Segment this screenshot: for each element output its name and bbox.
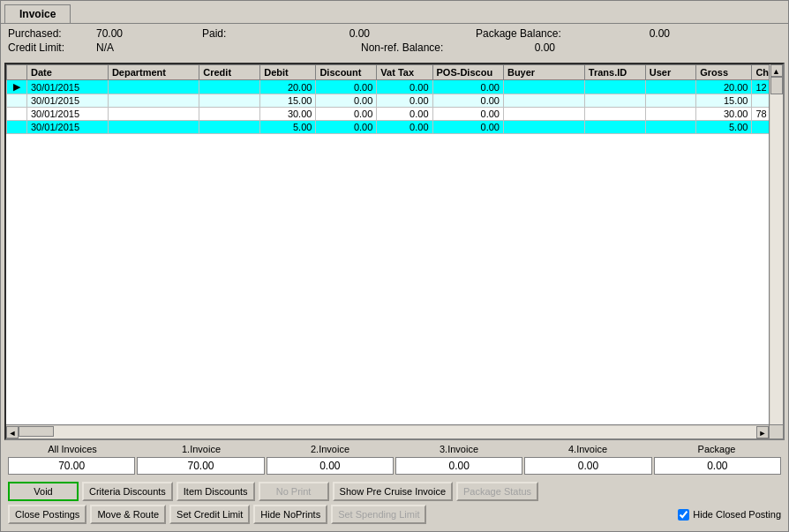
scroll-track-h[interactable] xyxy=(19,426,756,438)
table-cell: 30/01/2015 xyxy=(26,108,108,121)
table-row[interactable]: 30/01/201515.000.000.000.0015.00 xyxy=(7,94,783,108)
package-status-button[interactable]: Package Status xyxy=(456,482,538,501)
table-cell: 30.00 xyxy=(696,108,752,121)
button-row-1: Void Criteria Discounts Item Discounts N… xyxy=(8,482,781,501)
tab-bar: Invoice xyxy=(1,1,788,23)
table-cell: ▶ xyxy=(7,80,27,94)
hide-noprints-button[interactable]: Hide NoPrints xyxy=(253,505,327,524)
col-gross: Gross xyxy=(696,65,752,80)
table-cell xyxy=(503,80,584,94)
table-wrapper[interactable]: Date Department Credit Debit Discount Va… xyxy=(4,63,785,440)
table-cell: 0.00 xyxy=(316,94,377,108)
table-cell xyxy=(645,80,695,94)
col-vat-tax: Vat Tax xyxy=(377,65,432,80)
col-discount: Discount xyxy=(316,65,377,80)
credit-limit-value: N/A xyxy=(96,41,167,54)
package-balance-label: Package Balance: xyxy=(476,27,617,40)
scroll-up-btn[interactable]: ▲ xyxy=(770,64,783,77)
table-cell: 0.00 xyxy=(377,108,432,121)
button-row-2: Close Postings Move & Route Set Credit L… xyxy=(8,505,781,524)
table-cell xyxy=(645,94,695,108)
table-cell xyxy=(584,94,645,108)
summary-label-2: 2.Invoice xyxy=(266,444,394,454)
scroll-thumb-h[interactable] xyxy=(19,426,54,437)
table-cell xyxy=(199,94,260,108)
hide-closed-posting-label: Hide Closed Posting xyxy=(693,509,781,520)
set-spending-limit-button[interactable]: Set Spending Limit xyxy=(331,505,426,524)
table-cell xyxy=(108,80,199,94)
hide-closed-posting-checkbox[interactable] xyxy=(678,509,689,521)
summary-section: All Invoices 1.Invoice 2.Invoice 3.Invoi… xyxy=(1,440,788,478)
void-button[interactable]: Void xyxy=(8,482,79,501)
table-cell xyxy=(645,108,695,121)
table-cell: 15.00 xyxy=(696,94,752,108)
horizontal-scrollbar[interactable]: ◄ ► xyxy=(6,424,769,438)
table-cell: 30/01/2015 xyxy=(26,121,108,134)
close-postings-button[interactable]: Close Postings xyxy=(8,505,86,524)
summary-value-2: 0.00 xyxy=(267,457,394,475)
table-cell xyxy=(108,121,199,134)
set-credit-button[interactable]: Set Credit Limit xyxy=(169,505,250,524)
col-user: User xyxy=(645,65,695,80)
col-credit: Credit xyxy=(199,65,260,80)
table-cell xyxy=(199,80,260,94)
scroll-right-btn[interactable]: ► xyxy=(756,426,769,438)
table-cell: 30/01/2015 xyxy=(26,94,108,108)
table-cell: 0.00 xyxy=(432,108,503,121)
hide-closed-posting-area: Hide Closed Posting xyxy=(678,509,781,521)
table-cell xyxy=(584,108,645,121)
criteria-discounts-button[interactable]: Criteria Discounts xyxy=(82,482,173,501)
table-row[interactable]: ▶30/01/201520.000.000.000.0020.0012 xyxy=(7,80,783,94)
vertical-scrollbar[interactable]: ▲ ▼ xyxy=(769,64,783,438)
summary-values: 70.00 70.00 0.00 0.00 0.00 0.00 xyxy=(8,457,781,475)
table-cell: 0.00 xyxy=(377,94,432,108)
col-department: Department xyxy=(108,65,199,80)
table-cell: 0.00 xyxy=(377,80,432,94)
table-cell xyxy=(503,121,584,134)
summary-value-4: 0.00 xyxy=(524,457,651,475)
buttons-section: Void Criteria Discounts Item Discounts N… xyxy=(1,478,788,531)
table-cell xyxy=(7,121,27,134)
col-date: Date xyxy=(26,65,108,80)
purchased-label: Purchased: xyxy=(8,27,96,40)
no-print-button[interactable]: No Print xyxy=(259,482,329,501)
table-cell xyxy=(108,108,199,121)
summary-value-0: 70.00 xyxy=(8,457,135,475)
summary-label-3: 3.Invoice xyxy=(394,444,523,454)
table-cell xyxy=(199,108,260,121)
col-pos-discou: POS-Discou xyxy=(432,65,503,80)
table-cell: 5.00 xyxy=(260,121,316,134)
invoice-tab[interactable]: Invoice xyxy=(4,4,71,23)
summary-value-3: 0.00 xyxy=(395,457,522,475)
move-route-button[interactable]: Move & Route xyxy=(90,505,166,524)
table-cell xyxy=(584,121,645,134)
scroll-track-v[interactable] xyxy=(770,77,783,426)
package-balance-value: 0.00 xyxy=(617,27,670,40)
table-row[interactable]: 30/01/20155.000.000.000.005.00 xyxy=(7,121,783,134)
table-cell xyxy=(108,94,199,108)
show-pre-cruise-invoice-button[interactable]: Show Pre Cruise Invoice xyxy=(333,482,453,501)
table-cell xyxy=(584,80,645,94)
invoice-table: Date Department Credit Debit Discount Va… xyxy=(6,64,783,134)
header-section: Purchased: 70.00 Paid: 0.00 Package Bala… xyxy=(1,23,788,59)
table-body: ▶30/01/201520.000.000.000.0020.001230/01… xyxy=(7,80,783,134)
table-cell: 0.00 xyxy=(432,80,503,94)
table-cell xyxy=(645,121,695,134)
scroll-corner xyxy=(769,424,783,438)
scroll-left-btn[interactable]: ◄ xyxy=(6,426,19,438)
summary-label-1: 1.Invoice xyxy=(137,444,266,454)
table-cell: 0.00 xyxy=(316,80,377,94)
table-cell xyxy=(199,121,260,134)
table-cell: 0.00 xyxy=(377,121,432,134)
table-cell: 5.00 xyxy=(696,121,752,134)
table-row[interactable]: 30/01/201530.000.000.000.0030.0078 xyxy=(7,108,783,121)
table-cell xyxy=(7,94,27,108)
table-cell: 0.00 xyxy=(316,108,377,121)
item-discounts-button[interactable]: Item Discounts xyxy=(177,482,255,501)
summary-label-4: 4.Invoice xyxy=(523,444,652,454)
col-buyer: Buyer xyxy=(503,65,584,80)
main-window: Invoice Purchased: 70.00 Paid: 0.00 Pack… xyxy=(0,0,789,532)
table-cell: 0.00 xyxy=(432,121,503,134)
col-debit: Debit xyxy=(260,65,316,80)
scroll-thumb-v[interactable] xyxy=(770,77,783,94)
